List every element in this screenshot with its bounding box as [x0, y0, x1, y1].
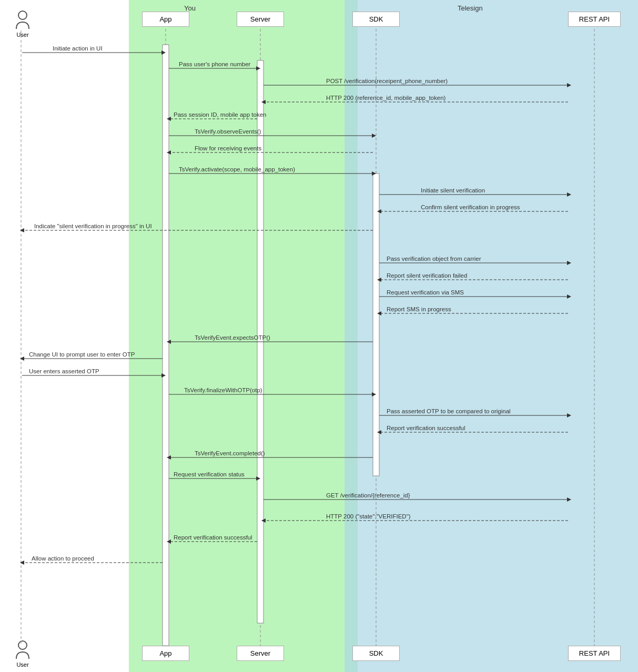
svg-text:TsVerifyEvent.expectsOTP(): TsVerifyEvent.expectsOTP()	[195, 334, 270, 341]
svg-marker-17	[567, 83, 571, 87]
arrows-svg: Initiate action in UI Pass user's phone …	[0, 0, 638, 672]
sequence-diagram: You Telesign User App Server SDK REST AP…	[0, 0, 638, 672]
svg-text:User enters asserted OTP: User enters asserted OTP	[29, 368, 99, 374]
svg-marker-59	[20, 357, 24, 361]
svg-text:Report verification successful: Report verification successful	[387, 425, 465, 431]
svg-text:Change UI to prompt user to en: Change UI to prompt user to enter OTP	[29, 351, 135, 358]
svg-text:Allow action to proceed: Allow action to proceed	[32, 555, 94, 562]
svg-text:HTTP 200 ("state":"VERIFIED"): HTTP 200 ("state":"VERIFIED")	[326, 513, 411, 520]
svg-text:Pass verification object from : Pass verification object from carrier	[387, 256, 481, 262]
svg-text:HTTP 200 (reference_id, mobile: HTTP 200 (reference_id, mobile_app_token…	[326, 95, 446, 101]
svg-text:Report verification successful: Report verification successful	[174, 534, 252, 541]
svg-marker-35	[567, 192, 571, 197]
svg-marker-44	[567, 261, 571, 265]
svg-marker-41	[20, 228, 24, 232]
svg-text:TsVerify.observeEvents(): TsVerify.observeEvents()	[195, 128, 261, 135]
svg-marker-68	[567, 413, 571, 418]
svg-text:Pass asserted OTP to be compar: Pass asserted OTP to be compared to orig…	[387, 408, 511, 414]
svg-marker-80	[567, 497, 571, 502]
svg-text:Flow for receiving events: Flow for receiving events	[195, 145, 261, 151]
svg-text:TsVerify.activate(scope, mobil: TsVerify.activate(scope, mobile_app_toke…	[179, 166, 295, 172]
svg-rect-9	[373, 174, 379, 476]
svg-text:Report silent verification fai: Report silent verification failed	[387, 272, 467, 279]
svg-marker-89	[20, 561, 24, 565]
svg-text:Request verification via SMS: Request verification via SMS	[387, 289, 464, 296]
svg-marker-26	[372, 134, 376, 138]
svg-text:POST /verification(receipent_p: POST /verification(receipent_phone_numbe…	[326, 78, 448, 84]
svg-text:Indicate "silent verification : Indicate "silent verification in progres…	[34, 223, 152, 229]
svg-marker-50	[567, 294, 571, 299]
svg-text:Initiate silent verification: Initiate silent verification	[421, 187, 485, 194]
svg-rect-7	[163, 45, 169, 646]
svg-text:Confirm silent verification in: Confirm silent verification in progress	[421, 204, 520, 210]
svg-text:TsVerify.finalizeWithOTP(otp): TsVerify.finalizeWithOTP(otp)	[184, 387, 262, 393]
svg-text:Pass session ID, mobile app to: Pass session ID, mobile app token	[174, 111, 266, 118]
svg-text:Request verification status: Request verification status	[174, 471, 245, 477]
svg-text:Report SMS in progress: Report SMS in progress	[387, 306, 451, 312]
svg-text:GET /verification/{reference_i: GET /verification/{reference_id}	[326, 492, 410, 498]
svg-text:Pass user's phone number: Pass user's phone number	[179, 61, 251, 67]
svg-text:Initiate action in UI: Initiate action in UI	[53, 45, 103, 52]
svg-text:TsVerifyEvent.completed(): TsVerifyEvent.completed()	[195, 450, 265, 456]
